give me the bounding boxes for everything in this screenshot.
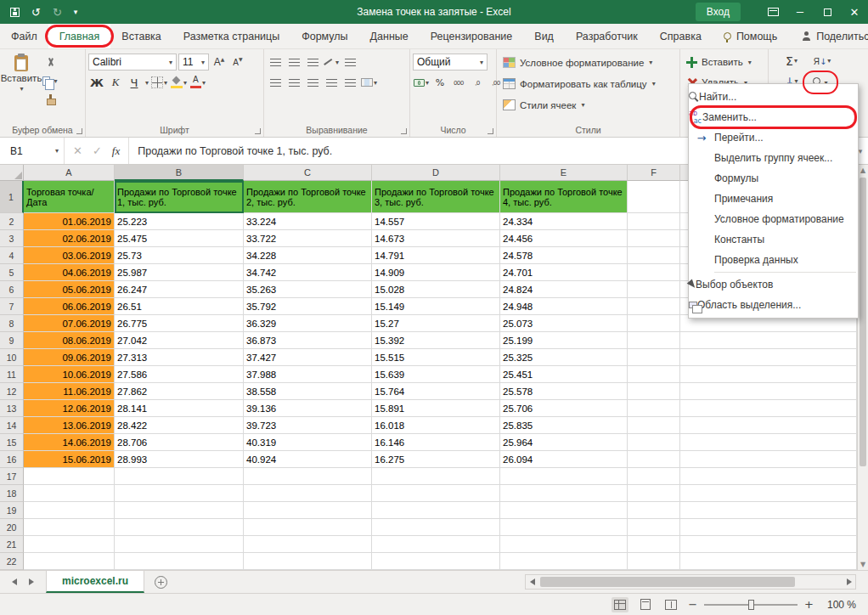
cell-A14[interactable]: 13.06.2019 bbox=[24, 417, 115, 434]
cell-F10[interactable] bbox=[628, 349, 680, 366]
cell-E21[interactable] bbox=[500, 536, 628, 553]
cell-B5[interactable]: 25.987 bbox=[115, 264, 244, 281]
shrink-font-button[interactable] bbox=[229, 54, 246, 71]
cell-B15[interactable]: 28.706 bbox=[115, 434, 244, 451]
insert-cells-button[interactable]: Вставить ▾ bbox=[683, 52, 765, 72]
menu-item[interactable]: Примечания bbox=[689, 189, 858, 209]
dialog-launcher-icon[interactable] bbox=[488, 128, 493, 134]
cell-D14[interactable]: 16.018 bbox=[372, 417, 500, 434]
row-header-11[interactable]: 11 bbox=[0, 366, 24, 383]
cell-A11[interactable]: 10.06.2019 bbox=[24, 366, 115, 383]
redo-icon[interactable]: ↻ bbox=[53, 6, 62, 19]
cell-E8[interactable]: 25.073 bbox=[500, 315, 628, 332]
cell-G22[interactable] bbox=[680, 553, 857, 570]
cell-G14[interactable] bbox=[680, 417, 857, 434]
copy-button[interactable]: ▾ bbox=[42, 72, 59, 90]
horizontal-scrollbar-thumb[interactable] bbox=[540, 577, 795, 587]
view-normal-button[interactable] bbox=[612, 597, 628, 612]
comma-style-button[interactable]: 000 bbox=[450, 74, 467, 92]
cell-E5[interactable]: 24.701 bbox=[500, 264, 628, 281]
align-right-button[interactable] bbox=[304, 74, 321, 92]
cell-D22[interactable] bbox=[372, 553, 500, 570]
next-sheet-icon[interactable] bbox=[29, 578, 34, 585]
row-header-4[interactable]: 4 bbox=[0, 247, 24, 264]
cell-B8[interactable]: 26.775 bbox=[115, 315, 244, 332]
cell-E12[interactable]: 25.578 bbox=[500, 383, 628, 400]
cell-G15[interactable] bbox=[680, 434, 857, 451]
cell-C13[interactable]: 39.136 bbox=[244, 400, 372, 417]
cell-E17[interactable] bbox=[500, 468, 628, 485]
percent-style-button[interactable]: % bbox=[431, 74, 448, 92]
cell-F15[interactable] bbox=[628, 434, 680, 451]
cell-F21[interactable] bbox=[628, 536, 680, 553]
decrease-indent-button[interactable] bbox=[323, 74, 340, 92]
align-bottom-button[interactable] bbox=[304, 54, 321, 71]
menu-item[interactable]: Выделить группу ячеек... bbox=[689, 148, 858, 168]
cell-F8[interactable] bbox=[628, 315, 680, 332]
row-header-12[interactable]: 12 bbox=[0, 383, 24, 400]
scroll-right-icon[interactable] bbox=[843, 575, 855, 589]
cell-C19[interactable] bbox=[244, 502, 372, 519]
cell-C15[interactable]: 40.319 bbox=[244, 434, 372, 451]
underline-button[interactable]: Ч bbox=[126, 74, 143, 92]
cell-C6[interactable]: 35.263 bbox=[244, 281, 372, 298]
cell-C7[interactable]: 35.792 bbox=[244, 298, 372, 315]
cell-C4[interactable]: 34.228 bbox=[244, 247, 372, 264]
customize-qat-icon[interactable]: ▾ bbox=[74, 8, 78, 16]
dialog-launcher-icon[interactable] bbox=[255, 128, 261, 134]
cell-B6[interactable]: 26.247 bbox=[115, 281, 244, 298]
cut-button[interactable] bbox=[42, 54, 59, 71]
menu-item[interactable]: Константы bbox=[689, 229, 858, 250]
cell-G20[interactable] bbox=[680, 519, 857, 536]
scroll-down-icon[interactable]: ▼ bbox=[858, 559, 868, 570]
cell-G17[interactable] bbox=[680, 468, 857, 485]
cell-A15[interactable]: 14.06.2019 bbox=[24, 434, 115, 451]
cell-C3[interactable]: 33.722 bbox=[244, 230, 372, 247]
new-sheet-button[interactable] bbox=[144, 571, 178, 593]
cell-F4[interactable] bbox=[628, 247, 680, 264]
align-top-button[interactable] bbox=[267, 54, 284, 71]
number-format-combo[interactable]: Общий▾ bbox=[413, 54, 488, 71]
cell-E14[interactable]: 25.835 bbox=[500, 417, 628, 434]
zoom-slider-thumb[interactable] bbox=[748, 600, 754, 610]
maximize-button[interactable] bbox=[814, 0, 841, 24]
column-header-A[interactable]: A bbox=[24, 165, 115, 181]
row-header-17[interactable]: 17 bbox=[0, 468, 24, 485]
align-center-button[interactable] bbox=[285, 74, 302, 92]
align-left-button[interactable] bbox=[267, 74, 284, 92]
cell-E20[interactable] bbox=[500, 519, 628, 536]
cell-C20[interactable] bbox=[244, 519, 372, 536]
cell-E15[interactable]: 25.964 bbox=[500, 434, 628, 451]
cell-D4[interactable]: 14.791 bbox=[372, 247, 500, 264]
cell-C21[interactable] bbox=[244, 536, 372, 553]
column-header-B[interactable]: B bbox=[115, 165, 244, 181]
tab-Рецензирование[interactable]: Рецензирование bbox=[420, 24, 524, 48]
view-page-layout-button[interactable] bbox=[637, 597, 654, 612]
cell-D10[interactable]: 15.515 bbox=[372, 349, 500, 366]
tab-Вид[interactable]: Вид bbox=[523, 24, 565, 48]
cell-G11[interactable] bbox=[680, 366, 857, 383]
cell-B18[interactable] bbox=[115, 485, 244, 502]
cell-G18[interactable] bbox=[680, 485, 857, 502]
cell-A17[interactable] bbox=[24, 468, 115, 485]
cell-C1[interactable]: Продажи по Торговой точке 2, тыс. руб. bbox=[244, 181, 372, 213]
cell-E9[interactable]: 25.199 bbox=[500, 332, 628, 349]
zoom-in-icon[interactable]: + bbox=[804, 598, 814, 611]
cell-B1[interactable]: Продажи по Торговой точке 1, тыс. руб. bbox=[115, 181, 244, 213]
menu-item[interactable]: Формулы bbox=[689, 168, 858, 189]
cell-D13[interactable]: 15.891 bbox=[372, 400, 500, 417]
bold-button[interactable]: Ж bbox=[88, 74, 105, 92]
cell-B10[interactable]: 27.313 bbox=[115, 349, 244, 366]
cell-F14[interactable] bbox=[628, 417, 680, 434]
cell-E13[interactable]: 25.706 bbox=[500, 400, 628, 417]
cell-C22[interactable] bbox=[244, 553, 372, 570]
column-header-E[interactable]: E bbox=[500, 165, 628, 181]
autosum-button[interactable]: Σ▾ bbox=[776, 52, 807, 70]
row-header-21[interactable]: 21 bbox=[0, 536, 24, 553]
row-header-5[interactable]: 5 bbox=[0, 264, 24, 281]
row-header-2[interactable]: 2 bbox=[0, 213, 24, 230]
cell-C14[interactable]: 39.723 bbox=[244, 417, 372, 434]
cell-F3[interactable] bbox=[628, 230, 680, 247]
cell-A7[interactable]: 06.06.2019 bbox=[24, 298, 115, 315]
cell-C8[interactable]: 36.329 bbox=[244, 315, 372, 332]
